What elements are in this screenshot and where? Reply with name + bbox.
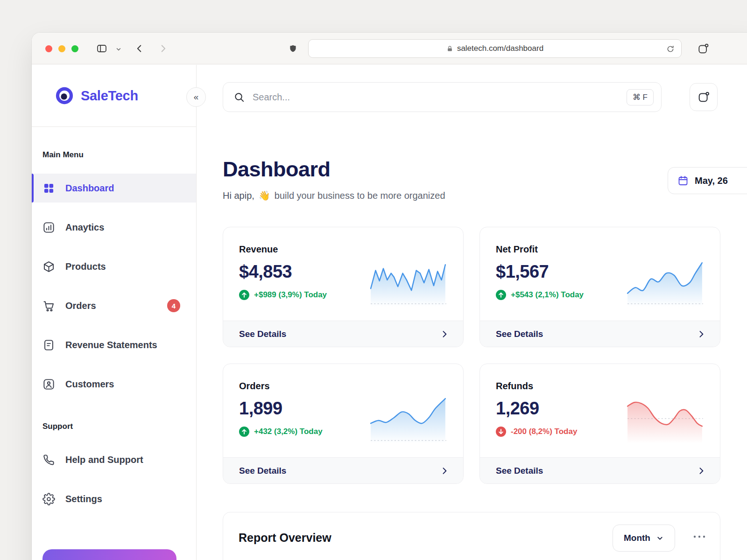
sidebar-item-label: Dashboard [65,183,114,194]
report-title: Report Overview [239,531,331,545]
close-window-button[interactable] [45,45,52,52]
page-title: Dashboard [223,157,331,182]
see-details-label: See Details [239,466,286,476]
section-label-support: Support [42,422,196,431]
arrow-up-circle-icon [239,427,249,437]
analytics-icon [42,221,55,234]
stat-cards: Revenue $4,853 +$989 (3,9%) Today See De… [223,227,720,484]
sidebar-item-label: Anaytics [65,222,104,233]
see-details-label: See Details [496,466,543,476]
report-overview-card: Report Overview Month [223,512,720,560]
tab-overview-icon[interactable] [695,40,712,57]
sidebar-item-label: Customers [65,379,114,390]
sidebar-item-label: Revenue Statements [65,340,157,350]
refunds-card: Refunds 1,269 -200 (8,2%) Today See Deta… [479,364,720,484]
period-select[interactable]: Month [613,525,675,552]
card-change-text: -200 (8,2%) Today [511,427,577,436]
sidebar-nav: Main Menu Dashboard Anaytics [32,127,196,513]
traffic-lights [45,45,78,52]
card-change-text: +432 (3,2%) Today [254,427,323,436]
chevron-right-icon [697,466,706,476]
net-profit-card: Net Profit $1,567 +$543 (2,1%) Today See… [479,227,720,347]
card-change-text: +$989 (3,9%) Today [254,290,327,300]
sparkline-chart [627,259,704,307]
person-icon [42,378,55,391]
search-input[interactable] [253,92,619,103]
saletech-logo-icon [55,86,74,105]
see-details-button[interactable]: See Details [223,321,463,347]
see-details-button[interactable]: See Details [480,321,720,347]
back-icon[interactable] [134,43,145,54]
card-title: Net Profit [496,244,704,255]
arrow-up-circle-icon [496,290,506,300]
chevron-down-icon [656,534,664,542]
sidebar-toggle-icon[interactable] [95,42,108,55]
see-details-label: See Details [496,329,543,339]
date-label: May, 26 [695,175,728,186]
sidebar-item-label: Help and Support [65,455,143,465]
lock-icon[interactable] [446,45,453,52]
chevron-down-icon[interactable] [115,45,122,53]
orders-card: Orders 1,899 +432 (3,2%) Today See Detai… [223,364,464,484]
phone-icon [42,454,55,466]
sparkline-chart [370,396,447,443]
window-content: SaleTech « Main Menu Dashboard Anaytics [32,65,747,560]
greeting-name: Hi apip, [223,190,254,201]
card-title: Revenue [239,244,447,255]
search-icon [233,91,245,103]
sidebar-item-help-and-support[interactable]: Help and Support [32,445,196,474]
brand-name: SaleTech [81,88,138,104]
revenue-card: Revenue $4,853 +$989 (3,9%) Today See De… [223,227,464,347]
main-content: ⌘ F Dashboard Hi apip, 👋 build your busi… [197,65,747,560]
search-shortcut-badge: ⌘ F [627,89,654,105]
sidebar-item-analytics[interactable]: Anaytics [32,213,196,242]
arrow-down-circle-icon [496,427,506,437]
cube-icon [42,260,55,273]
wave-emoji: 👋 [259,190,270,201]
minimize-window-button[interactable] [58,45,65,52]
address-bar[interactable]: saletech.com/dashboard [308,39,682,58]
orders-count-badge: 4 [167,299,180,312]
sidebar-item-revenue-statements[interactable]: Revenue Statements [32,330,196,359]
browser-window: saletech.com/dashboard SaleTech « Main M… [32,33,747,560]
sidebar-item-products[interactable]: Products [32,252,196,281]
sidebar-item-label: Products [65,261,106,272]
sidebar-item-label: Settings [65,494,102,504]
section-label-main-menu: Main Menu [42,150,196,160]
sidebar-item-orders[interactable]: Orders 4 [32,291,196,320]
sidebar-collapse-button[interactable]: « [186,87,206,107]
sidebar: SaleTech « Main Menu Dashboard Anaytics [32,65,197,560]
greeting-text: build your business to be more organized [275,190,445,201]
see-details-button[interactable]: See Details [223,457,463,483]
grid-icon [42,182,55,195]
date-picker-button[interactable]: May, 26 [668,167,747,194]
calendar-icon [677,175,689,186]
see-details-button[interactable]: See Details [480,457,720,483]
url-text: saletech.com/dashboard [457,44,543,53]
forward-icon[interactable] [157,43,169,54]
sparkline-chart [370,259,447,307]
cart-icon [42,300,55,312]
sidebar-item-label: Orders [65,301,96,311]
chevron-right-icon [440,466,449,476]
chevron-right-icon [440,329,449,339]
scan-icon[interactable] [690,83,718,111]
privacy-shield-icon[interactable] [287,43,298,54]
refresh-icon[interactable] [664,43,677,55]
more-options-icon[interactable] [693,533,706,540]
gear-icon [42,493,55,505]
sidebar-item-customers[interactable]: Customers [32,370,196,399]
chevron-right-icon [697,329,706,339]
greeting: Hi apip, 👋 build your business to be mor… [223,190,445,201]
sidebar-item-settings[interactable]: Settings [32,484,196,513]
see-details-label: See Details [239,329,286,339]
card-change-text: +$543 (2,1%) Today [511,290,584,300]
zoom-window-button[interactable] [71,45,78,52]
brand: SaleTech [32,65,196,127]
search-bar[interactable]: ⌘ F [223,82,662,112]
card-title: Refunds [496,381,704,392]
arrow-up-circle-icon [239,290,249,300]
period-label: Month [624,533,650,543]
sidebar-promo-card[interactable] [42,549,176,560]
sidebar-item-dashboard[interactable]: Dashboard [32,174,196,203]
